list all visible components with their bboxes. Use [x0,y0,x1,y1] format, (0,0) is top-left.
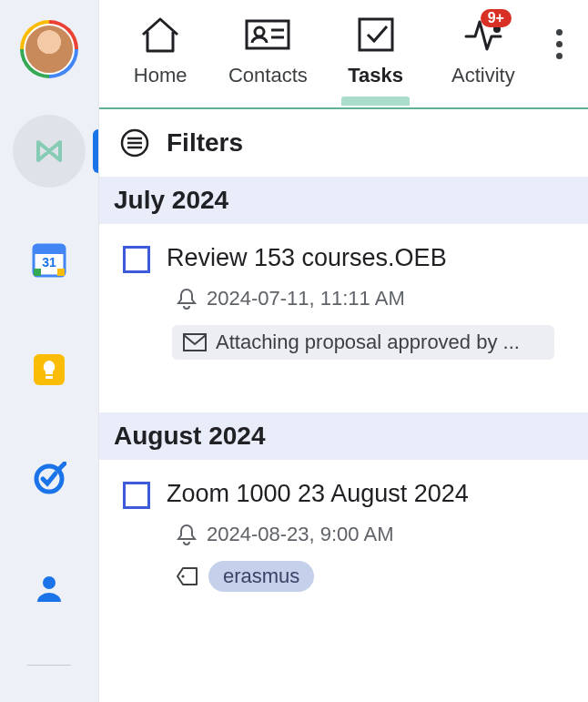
tab-contacts[interactable]: Contacts [214,9,321,104]
home-icon [139,15,181,55]
task-item[interactable]: Zoom 1000 23 August 2024 2024-08-23, 9:0… [99,460,588,608]
task-reminder-row: 2024-07-11, 11:11 AM [167,287,572,310]
filters-label: Filters [167,128,243,158]
task-reminder-text: 2024-08-23, 9:00 AM [207,523,393,546]
tag-icon [176,566,199,586]
task-attachment-chip[interactable]: Attaching proposal approved by ... [172,325,554,360]
filters-row[interactable]: Filters [99,109,588,177]
account-avatar[interactable] [20,20,78,78]
rail-app-calendar[interactable]: 31 [13,224,86,297]
task-tag-row: erasmus [167,561,572,592]
lightbulb-icon [32,352,66,387]
svg-point-9 [43,576,56,589]
svg-line-8 [59,463,65,469]
bell-icon [176,523,198,546]
task-reminder-row: 2024-08-23, 9:00 AM [167,523,572,546]
tab-activity-label: Activity [451,64,515,87]
rail-divider [27,665,71,666]
task-title: Zoom 1000 23 August 2024 [167,480,572,508]
task-item[interactable]: Review 153 courses.OEB 2024-07-11, 11:11… [99,224,588,376]
svg-rect-6 [46,376,53,379]
person-icon [34,573,65,604]
tab-tasks[interactable]: Tasks [322,9,430,104]
rail-app-tasks[interactable] [13,443,86,515]
envelope-icon [183,333,207,351]
filter-list-icon [119,127,150,158]
svg-point-21 [181,575,184,577]
rail-app-contacts[interactable] [13,552,86,625]
checkbox-icon [355,15,397,55]
svg-point-11 [255,27,264,36]
calendar-icon: 31 [32,243,66,278]
svg-rect-1 [34,245,65,254]
svg-rect-10 [247,21,289,48]
bell-icon [176,287,198,310]
svg-rect-3 [34,269,41,276]
svg-rect-14 [360,19,392,50]
section-header-august-2024: August 2024 [99,412,588,460]
task-reminder-text: 2024-07-11, 11:11 AM [207,287,405,310]
more-vert-icon [556,29,563,59]
avatar-image [24,24,75,75]
overflow-menu-button[interactable] [537,9,581,59]
main-panel: Home Contacts [98,0,588,702]
check-circle-icon [32,462,66,496]
task-title: Review 153 courses.OEB [167,244,572,272]
task-checkbox[interactable] [123,482,150,509]
tab-contacts-label: Contacts [228,64,308,87]
tab-tasks-label: Tasks [348,64,403,87]
rail-app-current[interactable] [13,115,86,188]
tab-home[interactable]: Home [106,9,214,104]
tab-activity[interactable]: 9+ Activity [430,9,537,104]
tab-home-label: Home [134,64,188,87]
left-rail: 31 [0,0,98,702]
rail-app-keep[interactable] [13,333,86,406]
task-attachment-text: Attaching proposal approved by ... [216,331,520,354]
section-header-july-2024: July 2024 [99,177,588,224]
bowtie-icon [29,131,69,171]
task-checkbox[interactable] [123,246,150,273]
svg-text:31: 31 [42,255,56,270]
id-card-icon [244,16,291,53]
activity-badge: 9+ [481,9,512,27]
tab-bar: Home Contacts [99,0,588,109]
task-tag-chip[interactable]: erasmus [208,561,314,592]
svg-rect-2 [57,269,65,276]
